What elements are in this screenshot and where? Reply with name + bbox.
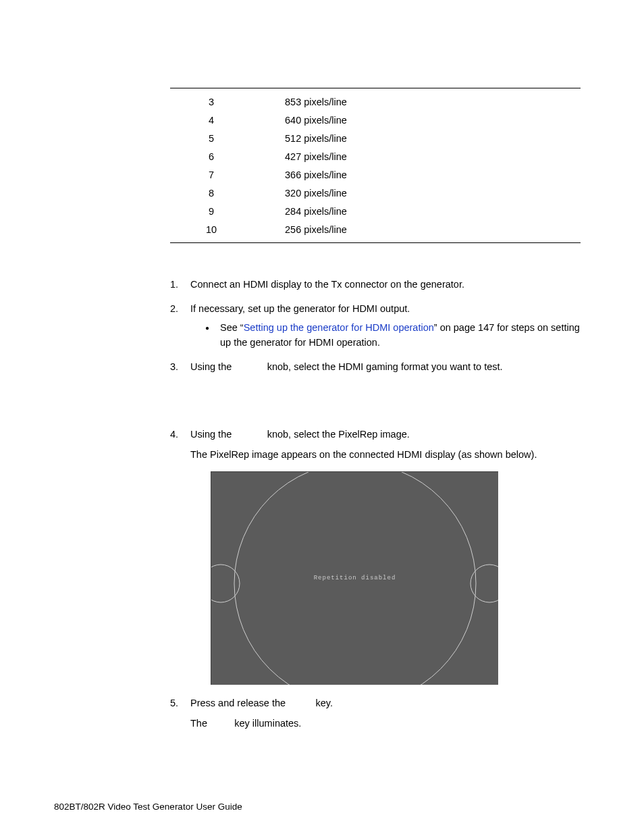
step-post: key.: [313, 698, 333, 708]
svg-point-1: [211, 565, 240, 602]
table-row: 5 512 pixels/line: [170, 129, 581, 147]
table-row: 4 640 pixels/line: [170, 111, 581, 129]
blank-knob-name: [234, 429, 264, 440]
pixel-table-rows: 3 853 pixels/line 4 640 pixels/line 5 51…: [170, 88, 581, 242]
bullet-dot-icon: ●: [205, 320, 220, 350]
list-number: 2.: [170, 301, 190, 350]
list-item: 1. Connect an HDMI display to the Tx con…: [170, 277, 581, 292]
blank-key-name: [210, 718, 232, 729]
figure-caption: Repetition disabled: [314, 570, 396, 585]
list-item: 5. Press and release the key. The key il…: [170, 696, 581, 731]
list-body: If necessary, set up the generator for H…: [190, 301, 581, 350]
follow-pre: The: [190, 718, 210, 729]
pixel-table: 3 853 pixels/line 4 640 pixels/line 5 51…: [170, 88, 581, 243]
table-cell-v: 256 pixels/line: [252, 221, 428, 238]
link-hdmi-setup[interactable]: Setting up the generator for HDMI operat…: [244, 322, 434, 333]
svg-point-2: [471, 565, 498, 602]
table-cell-n: 9: [170, 203, 252, 220]
table-cell-v: 366 pixels/line: [252, 166, 428, 184]
step-pre: Press and release the: [190, 698, 288, 708]
table-row: 10 256 pixels/line: [170, 220, 581, 238]
step-pre: Using the: [190, 429, 234, 440]
table-cell-n: 7: [170, 166, 252, 184]
table-row: 9 284 pixels/line: [170, 202, 581, 220]
list-body: Press and release the key. The key illum…: [190, 696, 581, 731]
blank-knob-name: [234, 361, 264, 372]
table-cell-n: 5: [170, 130, 252, 147]
step-text: If necessary, set up the generator for H…: [190, 303, 410, 314]
list-body: Using the knob, select the HDMI gaming f…: [190, 359, 581, 374]
table-cell-v: 284 pixels/line: [252, 203, 428, 220]
list-number: 5.: [170, 696, 190, 731]
table-cell-n: 3: [170, 93, 252, 111]
pixelrep-figure: Repetition disabled: [211, 471, 498, 685]
list-number: 4.: [170, 427, 190, 685]
table-cell-v: 640 pixels/line: [252, 111, 428, 129]
table-cell-n: 6: [170, 148, 252, 165]
table-cell-n: 4: [170, 111, 252, 129]
table-row: 3 853 pixels/line: [170, 93, 581, 111]
step-pre: Using the: [190, 361, 234, 372]
list-item: 2. If necessary, set up the generator fo…: [170, 301, 581, 350]
list-body: Using the knob, select the PixelRep imag…: [190, 427, 581, 685]
table-row: 8 320 pixels/line: [170, 184, 581, 202]
sub-bullet: ● See “Setting up the generator for HDMI…: [205, 320, 581, 350]
spacer: [170, 384, 581, 427]
ordered-list: 1. Connect an HDMI display to the Tx con…: [170, 277, 581, 731]
table-cell-n: 10: [170, 221, 252, 238]
footer-text: 802BT/802R Video Test Generator User Gui…: [54, 802, 242, 812]
table-row: 6 427 pixels/line: [170, 147, 581, 165]
table-cell-v: 853 pixels/line: [252, 93, 428, 111]
page-content: 3 853 pixels/line 4 640 pixels/line 5 51…: [170, 88, 581, 740]
list-item: 3. Using the knob, select the HDMI gamin…: [170, 359, 581, 374]
table-cell-v: 320 pixels/line: [252, 184, 428, 202]
list-number: 3.: [170, 359, 190, 374]
step-post: knob, select the HDMI gaming format you …: [265, 361, 503, 372]
table-row: 7 366 pixels/line: [170, 165, 581, 184]
link-pre: See “: [220, 322, 244, 333]
follow-post: key illuminates.: [232, 718, 301, 729]
step-follow: The PixelRep image appears on the connec…: [190, 447, 581, 462]
list-number: 1.: [170, 277, 190, 292]
blank-key-name: [288, 698, 313, 708]
step-post: knob, select the PixelRep image.: [265, 429, 410, 440]
step-follow: The key illuminates.: [190, 716, 581, 731]
table-cell-n: 8: [170, 184, 252, 202]
sub-body: See “Setting up the generator for HDMI o…: [220, 320, 581, 350]
table-cell-v: 427 pixels/line: [252, 148, 428, 165]
list-body: Connect an HDMI display to the Tx connec…: [190, 277, 581, 292]
list-item: 4. Using the knob, select the PixelRep i…: [170, 427, 581, 685]
table-cell-v: 512 pixels/line: [252, 130, 428, 147]
